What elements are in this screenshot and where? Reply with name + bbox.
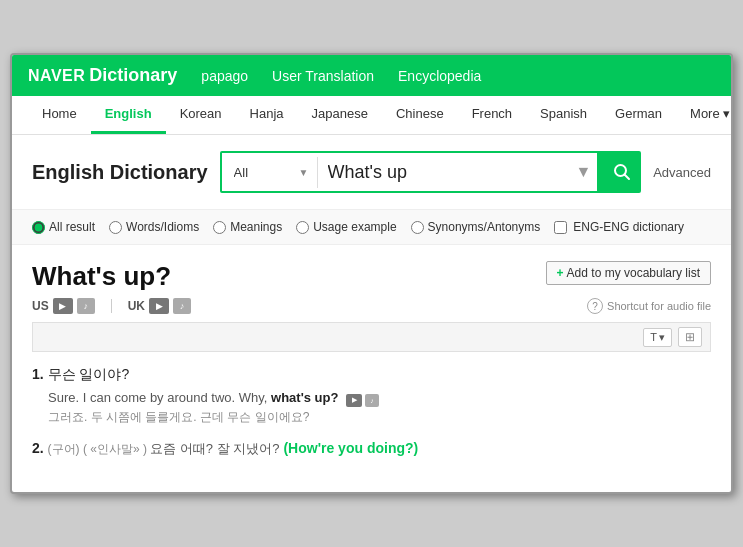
select-arrow-icon: ▼ (299, 167, 309, 178)
def-1-example-en: Sure. I can come by around two. Why, wha… (48, 390, 711, 407)
search-controls: All Words Idioms Meanings ▼ ▼ (220, 151, 642, 193)
filter-synonyms-antonyms-label: Synonyms/Antonyms (428, 220, 541, 234)
search-submit-button[interactable] (597, 153, 641, 191)
top-nav-papago[interactable]: papago (201, 68, 248, 84)
audio-play-icon: ▶ (59, 301, 66, 311)
add-vocab-plus-icon: + (557, 266, 564, 280)
logo[interactable]: NAVER Dictionary (28, 65, 177, 86)
pron-uk-label: UK (128, 299, 145, 313)
pron-separator (111, 299, 112, 313)
shortcut-label: Shortcut for audio file (607, 300, 711, 312)
search-clear-button[interactable]: ▼ (570, 155, 598, 189)
entry-header: What's up? + Add to my vocabulary list (32, 261, 711, 292)
lang-nav-home[interactable]: Home (28, 96, 91, 134)
main-window: NAVER Dictionary papago User Translation… (10, 53, 733, 494)
search-category-select[interactable]: All Words Idioms Meanings (230, 157, 295, 188)
def-2-text: 2. (구어) ( «인사말» ) 요즘 어때? 잘 지냈어? (How're … (32, 440, 711, 458)
filter-meanings-label: Meanings (230, 220, 282, 234)
advanced-link[interactable]: Advanced (653, 165, 711, 180)
filter-all-result[interactable]: All result (32, 220, 95, 234)
def-1-example-ko: 그러죠. 두 시쯤에 들를게요. 근데 무슨 일이에요? (48, 409, 711, 426)
toolbar-t-label: T (650, 331, 657, 343)
pron-us-slow-button[interactable]: ♪ (77, 298, 95, 314)
toolbar-grid-button[interactable]: ⊞ (678, 327, 702, 347)
example-audio-slow-icon: ♪ (370, 397, 374, 404)
filter-bar: All result Words/Idioms Meanings Usage e… (12, 210, 731, 245)
logo-dictionary: Dictionary (89, 65, 177, 86)
def-2-sub-meaning: (How're you doing?) (283, 440, 418, 456)
shortcut-help-icon[interactable]: ? (587, 298, 603, 314)
pron-uk-slow-button[interactable]: ♪ (173, 298, 191, 314)
lang-nav-hanja[interactable]: Hanja (236, 96, 298, 134)
lang-nav-english[interactable]: English (91, 96, 166, 134)
pron-us-audio-button[interactable]: ▶ (53, 298, 73, 314)
grid-icon: ⊞ (685, 330, 695, 344)
example-audio-slow-button[interactable]: ♪ (365, 394, 379, 407)
svg-line-1 (625, 175, 630, 180)
search-input[interactable] (318, 154, 570, 191)
pron-us-group: US ▶ ♪ (32, 298, 95, 314)
filter-eng-eng[interactable]: ENG-ENG dictionary (554, 220, 684, 234)
search-select-wrapper: All Words Idioms Meanings ▼ (222, 157, 318, 188)
lang-nav-chinese[interactable]: Chinese (382, 96, 458, 134)
lang-nav-french[interactable]: French (458, 96, 526, 134)
toolbar-t-arrow: ▾ (659, 331, 665, 344)
filter-usage-example-label: Usage example (313, 220, 396, 234)
filter-meanings[interactable]: Meanings (213, 220, 282, 234)
filter-synonyms-antonyms[interactable]: Synonyms/Antonyms (411, 220, 541, 234)
filter-usage-example[interactable]: Usage example (296, 220, 396, 234)
pronunciation-row: US ▶ ♪ UK ▶ ♪ ? Shortc (32, 298, 711, 314)
toolbar-row: T ▾ ⊞ (32, 322, 711, 352)
definition-2: 2. (구어) ( «인사말» ) 요즘 어때? 잘 지냈어? (How're … (32, 440, 711, 458)
language-navigation: Home English Korean Hanja Japanese Chine… (12, 96, 731, 135)
audio-slow-uk-icon: ♪ (180, 301, 185, 311)
top-nav-user-translation[interactable]: User Translation (272, 68, 374, 84)
lang-nav-korean[interactable]: Korean (166, 96, 236, 134)
def-1-highlight: what's up? (271, 390, 338, 405)
logo-naver: NAVER (28, 67, 85, 85)
add-vocab-label: Add to my vocabulary list (567, 266, 700, 280)
definition-1: 1. 무슨 일이야? Sure. I can come by around tw… (32, 366, 711, 426)
example-audio-button[interactable]: ▶ (346, 394, 362, 407)
lang-nav-german[interactable]: German (601, 96, 676, 134)
def-1-num: 1. 무슨 일이야? (32, 366, 711, 384)
lang-nav-japanese[interactable]: Japanese (298, 96, 382, 134)
pron-us-label: US (32, 299, 49, 313)
audio-slow-icon: ♪ (83, 301, 88, 311)
search-icon (613, 163, 631, 181)
def-1-meaning: 무슨 일이야? (48, 366, 130, 382)
entry-word: What's up? (32, 261, 171, 292)
pron-uk-audio-button[interactable]: ▶ (149, 298, 169, 314)
def-2-num: 2. (32, 440, 44, 456)
search-area: English Dictionary All Words Idioms Mean… (12, 135, 731, 210)
lang-nav-spanish[interactable]: Spanish (526, 96, 601, 134)
top-nav-encyclopedia[interactable]: Encyclopedia (398, 68, 481, 84)
filter-words-idioms-label: Words/Idioms (126, 220, 199, 234)
shortcut-area: ? Shortcut for audio file (587, 298, 711, 314)
def-2-tag: (구어) ( «인사말» ) (48, 442, 151, 456)
audio-play-uk-icon: ▶ (156, 301, 163, 311)
dict-title: English Dictionary (32, 161, 208, 184)
result-area: What's up? + Add to my vocabulary list U… (12, 245, 731, 492)
example-audio-icon: ▶ (352, 396, 357, 404)
toolbar-font-button[interactable]: T ▾ (643, 328, 672, 347)
def-2-korean-meaning: 요즘 어때? 잘 지냈어? (150, 441, 279, 456)
filter-eng-eng-label: ENG-ENG dictionary (573, 220, 684, 234)
pron-uk-group: UK ▶ ♪ (128, 298, 191, 314)
top-navigation: NAVER Dictionary papago User Translation… (12, 55, 731, 96)
filter-all-result-label: All result (49, 220, 95, 234)
add-vocabulary-button[interactable]: + Add to my vocabulary list (546, 261, 711, 285)
filter-words-idioms[interactable]: Words/Idioms (109, 220, 199, 234)
lang-nav-more[interactable]: More ▾ (676, 96, 733, 134)
